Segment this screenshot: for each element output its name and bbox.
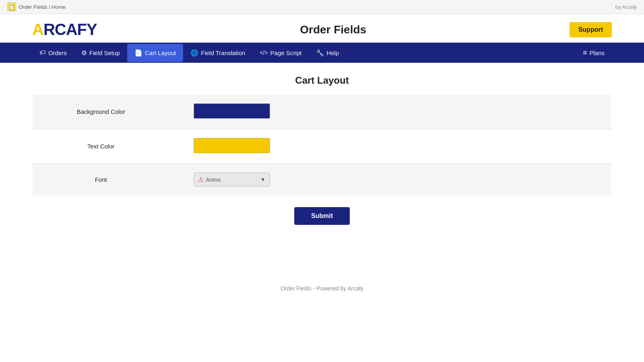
font-label: Font [33, 164, 169, 196]
text-color-label: Text Color [33, 129, 169, 164]
font-select[interactable]: ⚠ Arimo ▼ [194, 173, 270, 187]
text-color-swatch[interactable] [194, 138, 270, 153]
submit-row: Submit [32, 207, 612, 225]
nav-item-cart-layout[interactable]: 📄 Cart Layout [127, 44, 184, 62]
font-row: Font ⚠ Arimo ▼ [33, 164, 612, 196]
support-button[interactable]: Support [570, 22, 612, 37]
logo-a: A [32, 21, 43, 38]
page-script-icon: </> [260, 49, 268, 56]
nav-label-help: Help [326, 49, 339, 56]
nav-label-orders: Orders [48, 49, 67, 56]
breadcrumb-area: 📋 Order Fields / Home [7, 2, 66, 11]
background-color-label: Background Color [33, 95, 169, 129]
footer: Order Fields - Powered by Arcafy [0, 285, 644, 300]
plans-icon: ≡ [583, 49, 587, 57]
top-bar: 📋 Order Fields / Home by Arcafy [0, 0, 644, 14]
cart-layout-icon: 📄 [134, 49, 142, 57]
orders-icon: 🏷 [39, 49, 46, 56]
footer-text: Order Fields - Powered by Arcafy [281, 285, 363, 292]
background-color-row: Background Color [33, 95, 612, 129]
logo: ARCAFY [32, 21, 97, 39]
warning-icon: ⚠ [198, 176, 204, 183]
nav-item-orders[interactable]: 🏷 Orders [32, 44, 74, 62]
help-icon: 🔧 [316, 49, 324, 57]
nav-label-field-translation: Field Translation [201, 49, 245, 56]
nav-label-plans: Plans [589, 49, 605, 56]
nav-item-help[interactable]: 🔧 Help [309, 44, 346, 62]
submit-button[interactable]: Submit [294, 207, 350, 225]
nav-label-cart-layout: Cart Layout [145, 49, 176, 56]
field-translation-icon: 🌐 [190, 49, 198, 57]
text-color-cell [169, 129, 612, 164]
nav-item-field-translation[interactable]: 🌐 Field Translation [183, 44, 252, 62]
nav-item-page-script[interactable]: </> Page Script [252, 44, 309, 62]
nav-label-page-script: Page Script [270, 49, 302, 56]
cart-layout-title: Cart Layout [32, 75, 612, 86]
logo-rcafy: RCAFY [43, 21, 97, 38]
font-select-value: Arimo [206, 177, 258, 183]
font-cell: ⚠ Arimo ▼ [169, 164, 612, 196]
page-header-title: Order Fields [300, 23, 366, 36]
byline: by Arcafy [615, 4, 637, 10]
field-setup-icon: ⚙ [81, 49, 87, 57]
chevron-down-icon: ▼ [260, 177, 266, 183]
nav-item-field-setup[interactable]: ⚙ Field Setup [74, 44, 127, 62]
background-color-swatch[interactable] [194, 103, 270, 119]
nav-label-field-setup: Field Setup [89, 49, 120, 56]
nav-item-plans[interactable]: ≡ Plans [576, 43, 612, 62]
main-content: Cart Layout Background Color Text Color … [0, 63, 644, 237]
nav-bar: 🏷 Orders ⚙ Field Setup 📄 Cart Layout 🌐 F… [0, 43, 644, 63]
breadcrumb: Order Fields / Home [19, 4, 66, 10]
cart-layout-form: Background Color Text Color Font ⚠ Arimo [32, 94, 612, 196]
background-color-cell [169, 95, 612, 129]
text-color-row: Text Color [33, 129, 612, 164]
app-icon: 📋 [7, 2, 16, 11]
header: ARCAFY Order Fields Support [0, 14, 644, 43]
